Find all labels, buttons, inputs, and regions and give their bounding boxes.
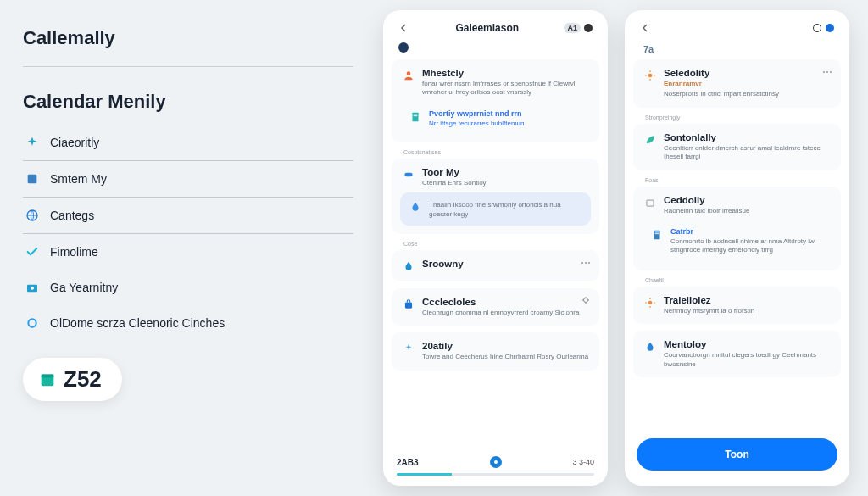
tab-right[interactable]: 3 3-40	[572, 458, 594, 466]
drop-icon	[409, 200, 422, 214]
card-title: Sontonlally	[664, 132, 831, 142]
ring-icon	[25, 315, 40, 331]
doc-icon	[650, 228, 664, 242]
svg-point-14	[494, 460, 498, 464]
sub-link[interactable]: Nrr ittsge tecurarres hublftemun	[429, 120, 582, 127]
burst-icon	[643, 69, 657, 82]
sub-card[interactable]: Thaalin Iksooo fine srwmoniy orfoncls a …	[400, 192, 591, 226]
spark-icon	[25, 135, 40, 150]
brand-title: Callemally	[23, 27, 353, 67]
badge-pill[interactable]: Z52	[23, 358, 122, 401]
card-title: Toor My	[422, 167, 589, 177]
progress-fill	[397, 473, 452, 476]
list-card[interactable]: Ccclecloles Cleonrugn cnomma nl emnoyvrr…	[392, 288, 599, 326]
card-desc: Ceenltierr onlder dmerch asrur amal leal…	[664, 144, 831, 162]
nav-label: Ciaeoritly	[50, 136, 99, 149]
sub-card[interactable]: Pvortiy wwprrniet nnd rrn Nrr ittsge tec…	[400, 103, 591, 134]
nav-label: OlDome scrza Cleenoric Cinches	[50, 316, 225, 330]
card-desc: Ctenirta Enrs Sontloy	[422, 179, 589, 187]
list-card[interactable]: Ceddolly Raonelnn taic Ibolr irrealisue …	[633, 187, 841, 270]
list-card[interactable]: ⋯ Sroowny	[392, 250, 599, 281]
back-icon[interactable]	[398, 22, 410, 34]
svg-rect-22	[655, 231, 659, 232]
card-title: Sroowny	[422, 259, 589, 269]
card-title: Mhestcly	[422, 68, 589, 78]
cta-button[interactable]: Toon	[637, 438, 837, 471]
card-subtitle: Enranramvr	[664, 80, 831, 88]
svg-point-3	[31, 287, 34, 290]
list-card[interactable]: ⋯ Seledolity Enranramvr Noserproris in c…	[633, 59, 841, 108]
nav-item[interactable]: Cantegs	[23, 198, 353, 234]
nav-label: Fimolime	[50, 245, 98, 259]
globe-icon	[25, 208, 40, 223]
micro-label: Foas	[645, 177, 841, 183]
circle-icon	[398, 42, 409, 53]
sub-card[interactable]: Catrbr Conmonrto ib aodncell nhime ar nm…	[642, 220, 832, 262]
nav-label: Cantegs	[50, 209, 94, 222]
micro-label: Chaeltl	[645, 277, 841, 283]
progress-bar	[397, 473, 594, 476]
phone-b-body: ⋯ Seledolity Enranramvr Noserproris in c…	[625, 59, 849, 432]
card-title: 20atily	[422, 341, 589, 351]
nav-item[interactable]: Ciaeoritly	[23, 125, 353, 161]
nav-list: Ciaeoritly Smtem My Cantegs Fimolime Ga …	[23, 125, 353, 341]
svg-rect-10	[414, 115, 418, 116]
back-icon[interactable]	[640, 22, 652, 34]
tab-center-icon[interactable]	[490, 456, 502, 468]
svg-point-7	[407, 71, 411, 75]
tab-row: 2AB3 3 3-40	[383, 449, 608, 473]
nav-item[interactable]: OlDome scrza Cleenoric Cinches	[23, 305, 353, 341]
micro-label: Cose	[403, 241, 599, 247]
list-card[interactable]: Toor My Ctenirta Enrs Sontloy Thaalin Ik…	[392, 159, 599, 234]
nav-item[interactable]: Ga Yearnitny	[23, 270, 353, 305]
phone-a-header: Galeemlason A1	[383, 17, 608, 41]
sparkle-icon	[402, 342, 415, 355]
section-title: Calendar Menily	[23, 91, 353, 113]
list-card[interactable]: Mentoloy Coorvancborgn mnitul clegers to…	[633, 331, 841, 377]
dot-icon[interactable]	[826, 24, 834, 32]
action-icon[interactable]	[581, 295, 591, 308]
dot-icon	[584, 24, 593, 32]
svg-rect-21	[654, 231, 660, 240]
list-card[interactable]: Traleilolez Nertmioy mtsrymrt ia o frors…	[633, 287, 841, 324]
card-title: Traleilolez	[664, 295, 831, 305]
card-title: Ccclecloles	[422, 297, 589, 307]
phone-a: Galeemlason A1 Mhestcly fonar wrer nssrn…	[383, 10, 608, 486]
card-desc: Nertmioy mtsrymrt ia o frorstin	[664, 307, 831, 315]
title-badge: 7a	[640, 43, 657, 55]
tab-left[interactable]: 2AB3	[397, 458, 419, 467]
svg-point-4	[28, 319, 36, 326]
card-title: Mentoloy	[664, 339, 831, 349]
card-desc: Noserproris in ctrlcl mpart enrsatctinsy	[664, 90, 831, 98]
micro-label: Cosotsnatises	[403, 149, 599, 155]
svg-rect-23	[655, 233, 659, 234]
sub-title: Catrbr	[670, 227, 824, 236]
more-icon[interactable]: ⋯	[822, 66, 832, 78]
nav-label: Smtem My	[50, 172, 107, 186]
list-card[interactable]: Sontonlally Ceenltierr onlder dmerch asr…	[633, 124, 841, 170]
badge-number: Z52	[64, 366, 102, 393]
card-desc: Raonelnn taic Ibolr irrealisue	[664, 207, 831, 215]
check-icon	[25, 244, 40, 259]
svg-rect-11	[404, 172, 412, 176]
nav-item[interactable]: Smtem My	[23, 161, 353, 198]
badge-label: A1	[564, 23, 581, 33]
svg-point-15	[648, 74, 653, 78]
left-panel: Callemally Calendar Menily Ciaeoritly Sm…	[10, 10, 366, 486]
list-card[interactable]: 20atily Towre and Ceecherus hine Chrrbat…	[392, 332, 599, 370]
nav-item[interactable]: Fimolime	[23, 234, 353, 270]
sub-icon-row	[383, 41, 608, 59]
more-icon[interactable]: ⋯	[581, 257, 591, 269]
calendar-icon	[36, 369, 58, 391]
drop-icon	[643, 340, 657, 354]
phone-b-header	[625, 17, 849, 41]
leaf-icon	[643, 133, 657, 147]
pill-icon	[402, 168, 415, 181]
ring-icon[interactable]	[813, 24, 821, 32]
svg-rect-8	[413, 113, 419, 122]
camera-icon	[25, 280, 40, 295]
phone-b: 7a ⋯ Seledolity Enranramvr Noserproris i…	[625, 10, 849, 486]
phone-a-body: Mhestcly fonar wrer nssrn lmfrrases or s…	[383, 59, 608, 449]
box-icon	[643, 196, 657, 209]
list-card[interactable]: Mhestcly fonar wrer nssrn lmfrrases or s…	[392, 59, 599, 142]
